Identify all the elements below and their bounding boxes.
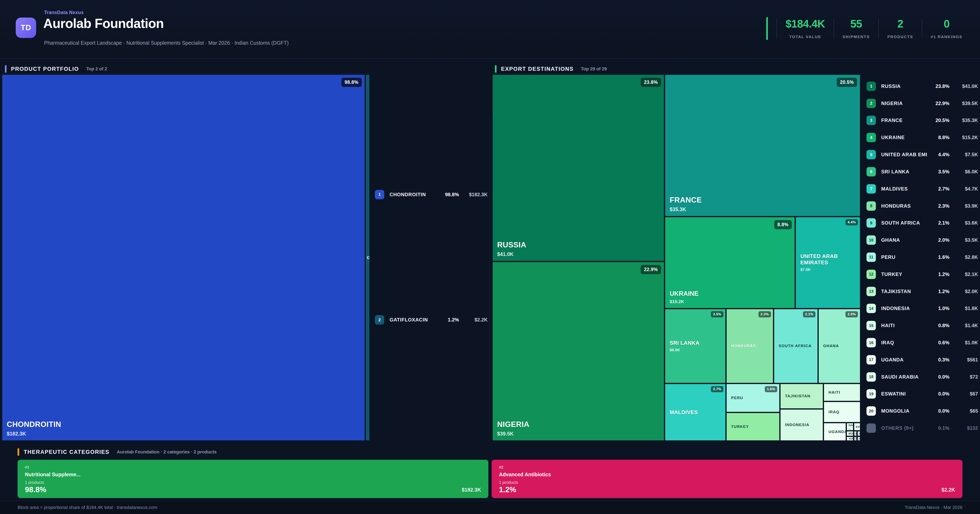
destination-cell-indonesia[interactable]: INDONESIA [780, 409, 823, 441]
destination-share: 0.1% [927, 425, 950, 431]
destination-share: 2.7% [927, 186, 950, 192]
destination-cell-g[interactable]: G [857, 436, 861, 441]
destination-row[interactable]: 7MALDIVES2.7%$4.7K [867, 184, 978, 194]
product-share: 98.8% [436, 192, 459, 197]
category-products-count: 1 products [25, 480, 44, 485]
destination-cell-haiti[interactable]: HAITI [823, 384, 861, 401]
destination-row[interactable]: 13TAJIKISTAN1.2%$2.0K [867, 287, 978, 296]
destination-value: $41.0K [950, 83, 978, 89]
destination-name: GHANA [881, 237, 927, 243]
footer-note: Block area = proportional share of $184.… [18, 505, 157, 510]
destination-row[interactable]: 12TURKEY1.2%$2.1K [867, 270, 978, 279]
destination-value: $72 [950, 374, 978, 380]
destination-value: $2.8K [950, 254, 978, 260]
destination-share: 2.3% [927, 203, 950, 209]
destination-cell-eswa[interactable]: ESWA [854, 423, 861, 431]
destinations-section-header: EXPORT DESTINATIONS Top 29 of 29 [495, 65, 607, 73]
cell-label: UKRAINE$15.2K [670, 290, 793, 304]
destination-row[interactable]: 5UNITED ARAB EMIRATES4.4%$7.5K [867, 150, 978, 159]
destination-cell-mong[interactable]: MONG [846, 431, 854, 436]
destination-cell-maldives[interactable]: 2.7%MALDIVES [665, 384, 726, 441]
destination-row[interactable]: 6SRI LANKA3.5%$6.0K [867, 167, 978, 176]
rank-badge: 20 [867, 406, 876, 416]
destination-name: ESWATINI [881, 391, 927, 397]
product-cell-gatifloxacin[interactable]: GATIFLOXACIN [365, 74, 370, 441]
cell-label: HONDURAS [731, 344, 772, 348]
destination-cell-turkey[interactable]: TURKEY [726, 412, 780, 441]
destination-share: 0.8% [927, 323, 950, 328]
destination-name: FRANCE [881, 117, 927, 123]
destination-cell-iraq[interactable]: IRAQ [823, 401, 861, 423]
destination-row[interactable]: 15HAITI0.8%$1.4K [867, 321, 978, 330]
cell-name: INDONESIA [785, 423, 821, 427]
product-row[interactable]: 2GATIFLOXACIN1.2%$2.2K [375, 315, 488, 325]
destination-row[interactable]: 16IRAQ0.6%$1.0K [867, 338, 978, 347]
brand-name: TransData Nexus [44, 10, 84, 15]
destination-row[interactable]: 4UKRAINE8.8%$15.2K [867, 133, 978, 142]
rank-badge: 1 [867, 82, 876, 91]
destination-cell-ukraine[interactable]: 8.8%UKRAINE$15.2K [665, 217, 795, 309]
product-row[interactable]: 1CHONDROITIN98.8%$182.3K [375, 190, 488, 199]
category-card-1[interactable]: #1Nutritional Suppleme...1 products98.8%… [18, 460, 488, 498]
destination-cell-l-[interactable]: L. [854, 431, 857, 436]
destination-share: 4.4% [927, 152, 950, 157]
destination-cell-ghana[interactable]: 2.0%GHANA [818, 309, 861, 384]
destination-cell-south-africa[interactable]: 2.1%SOUTH AFRICA [773, 309, 818, 384]
destination-rank-list: 1RUSSIA23.8%$41.0K2NIGERIA22.9%$39.5K3FR… [867, 74, 978, 441]
category-value: $2.2K [942, 487, 955, 493]
destination-value: $2.1K [950, 271, 978, 277]
destination-row[interactable]: 11PERU1.6%$2.8K [867, 252, 978, 262]
cell-name: TAJIKISTAN [785, 394, 821, 398]
cell-name: SOUTH AFRICA [779, 344, 816, 348]
destination-name: SOUTH AFRICA [881, 220, 927, 226]
destination-cell-peru[interactable]: 1.6%PERU [726, 384, 780, 412]
destination-cell-france[interactable]: 20.5%FRANCE$35.3K [665, 74, 861, 217]
cell-label: SRI LANKA$6.0K [670, 340, 724, 352]
destination-cell-russia[interactable]: 23.8%RUSSIA$41.0K [492, 74, 665, 262]
destination-cell-uganda[interactable]: UGANDA [823, 423, 846, 441]
cell-value: $7.5K [800, 267, 858, 272]
destination-cell-nigeria[interactable]: 22.9%NIGERIA$39.5K [492, 262, 665, 441]
cell-label: TAJIKISTAN [785, 394, 821, 398]
destination-share: 2.1% [927, 220, 950, 226]
destination-value: $65 [950, 408, 978, 414]
cell-name: YEMEN [848, 437, 851, 440]
category-name: Nutritional Suppleme... [25, 471, 80, 478]
rank-badge: 9 [867, 218, 876, 228]
destination-cell-tajikistan[interactable]: TAJIKISTAN [780, 384, 823, 409]
destination-row[interactable]: 2NIGERIA22.9%$39.5K [867, 99, 978, 108]
destination-cell-sri-lanka[interactable]: 3.5%SRI LANKA$6.0K [665, 309, 726, 384]
destination-row[interactable]: OTHERS (9+)0.1%$132 [867, 424, 978, 433]
destination-name: IRAQ [881, 340, 927, 346]
product-cell-chondroitin[interactable]: 98.8%CHONDROITIN$182.3K [2, 74, 365, 441]
destination-row[interactable]: 10GHANA2.0%$3.5K [867, 235, 978, 245]
footer-source: TransData Nexus · Mar 2026 [905, 505, 963, 510]
destination-cell-yemen[interactable]: YEMEN [846, 436, 854, 441]
destination-row[interactable]: 8HONDURAS2.3%$3.9K [867, 201, 978, 211]
destination-row[interactable]: 17UGANDA0.3%$561 [867, 355, 978, 365]
cell-name: UKRAINE [670, 290, 793, 297]
share-badge: 2.1% [803, 311, 815, 317]
destination-row[interactable]: 20MONGOLIA0.0%$65 [867, 406, 978, 416]
rank-badge: 14 [867, 304, 876, 313]
destination-row[interactable]: 19ESWATINI0.0%$67 [867, 389, 978, 398]
destination-cell-honduras[interactable]: 2.3%HONDURAS [726, 309, 773, 384]
destination-name: OTHERS (9+) [881, 425, 927, 431]
destinations-accent-bar [495, 65, 496, 73]
destination-row[interactable]: 18SAUDI ARABIA0.0%$72 [867, 372, 978, 382]
cell-label: CHONDROITIN$182.3K [7, 420, 363, 437]
destination-row[interactable]: 3FRANCE20.5%$35.3K [867, 116, 978, 125]
destination-cell-united-arab-emirates[interactable]: 4.4%UNITED ARAB EMIRATES$7.5K [795, 217, 861, 309]
destination-row[interactable]: 9SOUTH AFRICA2.1%$3.6K [867, 218, 978, 228]
category-card-2[interactable]: #2Advanced Antibiotics1 products1.2%$2.2… [492, 460, 963, 498]
cell-value: $182.3K [7, 431, 363, 437]
cell-name: CHONDROITIN [7, 420, 363, 429]
destination-cell-saud-[interactable]: SAUD ... [846, 423, 854, 431]
destination-row[interactable]: 1RUSSIA23.8%$41.0K [867, 82, 978, 91]
product-treemap: 98.8%CHONDROITIN$182.3KGATIFLOXACIN [2, 74, 370, 441]
categories-section: THERAPEUTIC CATEGORIES Aurolab Foundatio… [0, 441, 980, 500]
destination-cell-ve[interactable]: VE [854, 436, 857, 441]
cell-name: PERU [731, 396, 778, 400]
destination-cell-p-[interactable]: P. [857, 431, 861, 436]
destination-row[interactable]: 14INDONESIA1.0%$1.8K [867, 304, 978, 313]
